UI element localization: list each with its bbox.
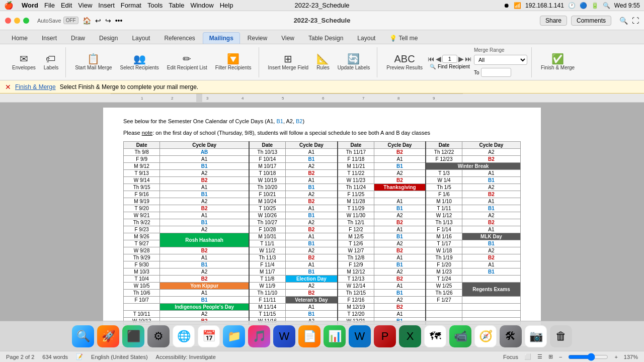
page-count: Page 2 of 2 — [6, 354, 34, 360]
tab-design[interactable]: Design — [93, 32, 124, 44]
merge-range-select[interactable]: All Current Record Range — [474, 55, 527, 65]
clock-icon: 🕐 — [568, 2, 576, 9]
merge-range-to-input[interactable] — [481, 68, 511, 77]
dock-safari[interactable]: 🧭 — [474, 325, 497, 347]
svg-text:1: 1 — [141, 96, 143, 101]
dock-numbers[interactable]: 📊 — [324, 325, 346, 347]
next-record-button[interactable]: ▶ — [458, 55, 464, 63]
share-button[interactable]: Share — [540, 16, 567, 26]
maximize-button[interactable] — [23, 18, 29, 24]
table-row: T 10/11A2 T 11/15B1 T 12/20A1 — [124, 310, 521, 317]
home-icon[interactable]: 🏠 — [83, 17, 91, 25]
dock-trash[interactable]: 🗑 — [550, 325, 572, 347]
rules-button[interactable]: 📐 Rules — [313, 52, 333, 72]
undo-icon[interactable]: ↩ — [95, 17, 101, 25]
layout-icon3[interactable]: ⊞ — [548, 353, 553, 360]
finish-merge-button[interactable]: ✅ Finish & Merge — [538, 52, 578, 72]
minimize-button[interactable] — [14, 18, 20, 24]
envelopes-button[interactable]: ✉ Envelopes — [9, 52, 39, 72]
dock-finder[interactable]: 🔍 — [72, 325, 94, 347]
dock-finder2[interactable]: 📁 — [223, 325, 245, 347]
start-mail-merge-button[interactable]: 📋 Start Mail Merge — [72, 52, 115, 72]
filter-recipients-button[interactable]: 🔽 Filter Recipients — [212, 52, 255, 72]
dock-pages[interactable]: 📄 — [298, 325, 320, 347]
table-row: T 9/20B2 T 10/25A1 T 11/29B1 T 1/11B1 — [124, 205, 521, 212]
tab-view[interactable]: View — [275, 32, 301, 44]
edit-recipient-list-button[interactable]: ✏ Edit Recipient List — [164, 52, 210, 72]
dock-music[interactable]: 🎵 — [248, 325, 270, 347]
menu-view[interactable]: View — [78, 2, 92, 9]
layout-icon2[interactable]: ☰ — [537, 353, 542, 360]
prev-record-button[interactable]: ◀ — [436, 55, 441, 63]
dock-dev-tools[interactable]: 🛠 — [500, 325, 522, 347]
close-button[interactable] — [5, 18, 11, 24]
menu-table[interactable]: Table — [169, 2, 184, 9]
focus-button[interactable]: Focus — [503, 354, 518, 360]
update-icon: 🔄 — [347, 54, 360, 64]
time-display: Wed 9:55 — [614, 2, 640, 9]
menu-tools[interactable]: Tools — [147, 2, 163, 9]
fullscreen-icon[interactable]: ⛶ — [632, 17, 639, 25]
search-icon[interactable]: 🔍 — [603, 2, 610, 9]
rules-icon: 📐 — [316, 54, 329, 64]
tab-mailings[interactable]: Mailings — [203, 32, 240, 44]
tab-references[interactable]: References — [157, 32, 201, 44]
intro-line-1: See below for the Semester One Calendar … — [123, 118, 521, 125]
insert-merge-field-button[interactable]: ⊞ Insert Merge Field — [265, 52, 312, 72]
table-row: F 9/16B1 F 10/21A2 F 11/25 F 1/6B2 — [124, 191, 521, 198]
dock-photos[interactable]: 📷 — [525, 325, 547, 347]
zoom-slider[interactable] — [568, 353, 608, 361]
last-record-button[interactable]: ⏭ — [465, 55, 472, 63]
menu-file[interactable]: File — [44, 2, 55, 9]
update-labels-button[interactable]: 🔄 Update Labels — [335, 52, 373, 72]
tab-table-layout[interactable]: Layout — [351, 32, 382, 44]
more-options-icon[interactable]: 🔍 — [619, 17, 628, 25]
svg-text:5: 5 — [282, 96, 284, 101]
tab-home[interactable]: Home — [5, 32, 34, 44]
select-recipients-button[interactable]: 👥 Select Recipients — [117, 52, 162, 72]
find-recipient-button[interactable]: 🔍 — [430, 64, 436, 69]
menu-format[interactable]: Format — [121, 2, 141, 9]
accessibility-status[interactable]: Accessibility: Investigate — [156, 354, 216, 360]
redo-icon[interactable]: ↪ — [105, 17, 111, 25]
menu-insert[interactable]: Insert — [98, 2, 115, 9]
dock-powerpoint[interactable]: P — [374, 325, 396, 347]
tab-insert[interactable]: Insert — [35, 32, 63, 44]
more-icon[interactable]: ••• — [115, 17, 123, 25]
table-row: M 10/3A2 M 11/7B1 M 12/12A2 M 1/23B1 — [124, 268, 521, 275]
zoom-out-button[interactable]: − — [559, 354, 562, 360]
tab-layout[interactable]: Layout — [125, 32, 156, 44]
menu-help[interactable]: Help — [220, 2, 233, 9]
comments-button[interactable]: Comments — [571, 16, 611, 26]
tab-table-design[interactable]: Table Design — [302, 32, 350, 44]
layout-icon[interactable]: ⬜ — [524, 353, 531, 360]
dock-word[interactable]: W — [273, 325, 295, 347]
menu-word[interactable]: Word — [22, 2, 38, 9]
dock-calendar[interactable]: 📅 — [198, 325, 220, 347]
dock-maps[interactable]: 🗺 — [424, 325, 446, 347]
menu-window[interactable]: Window — [190, 2, 213, 9]
apple-menu[interactable]: 🍎 — [4, 1, 14, 10]
dock-chrome[interactable]: 🌐 — [173, 325, 195, 347]
tab-review[interactable]: Review — [241, 32, 274, 44]
autosave-toggle[interactable]: OFF — [63, 17, 78, 24]
first-record-button[interactable]: ⏮ — [428, 55, 435, 63]
preview-results-button[interactable]: ABC Preview Results — [383, 52, 426, 72]
labels-button[interactable]: 🏷 Labels — [41, 52, 61, 72]
dock-launchpad[interactable]: 🚀 — [97, 325, 119, 347]
notification-bar: ✕ Finish & Merge Select Finish & Merge t… — [0, 80, 644, 94]
zoom-in-button[interactable]: + — [614, 354, 617, 360]
tab-tell-me[interactable]: 💡 Tell me — [383, 32, 424, 44]
table-row: M 9/26Rosh Hashanah M 10/31A1 M 12/5B1 M… — [124, 233, 521, 240]
tab-draw[interactable]: Draw — [64, 32, 92, 44]
notification-link[interactable]: Finish & Merge — [15, 83, 56, 90]
dock-word2[interactable]: W — [349, 325, 371, 347]
svg-rect-10 — [196, 94, 202, 103]
dock-apps[interactable]: ⬛ — [122, 325, 144, 347]
dock-facetime[interactable]: 📹 — [449, 325, 471, 347]
ribbon-finish-group: ✅ Finish & Merge — [534, 47, 582, 77]
record-number-input[interactable] — [442, 55, 457, 63]
dock-system-prefs[interactable]: ⚙ — [147, 325, 170, 347]
dock-excel[interactable]: X — [399, 325, 421, 347]
menu-edit[interactable]: Edit — [61, 2, 72, 9]
